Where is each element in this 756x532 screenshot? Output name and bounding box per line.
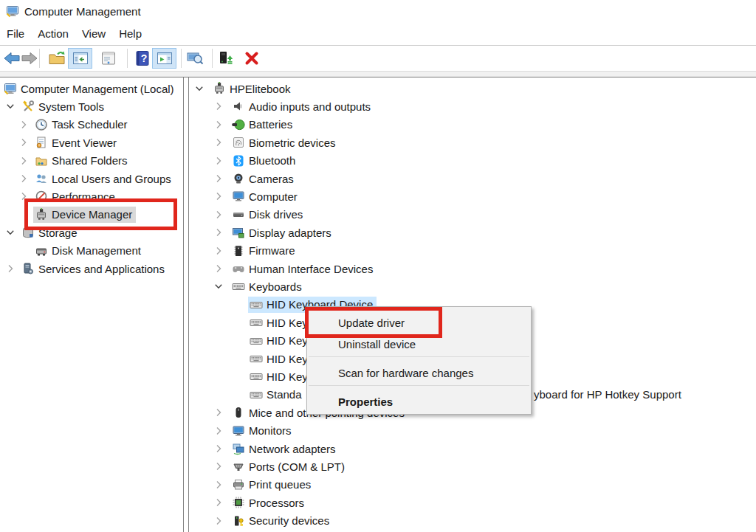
keyboard-icon xyxy=(250,352,263,365)
chevron-right-icon[interactable] xyxy=(214,102,223,111)
show-console-tree-button[interactable] xyxy=(68,48,92,69)
tree-item-computer[interactable]: Computer xyxy=(230,188,301,204)
chevron-right-icon[interactable] xyxy=(214,138,223,147)
tree-item-monitors[interactable]: Monitors xyxy=(230,423,295,439)
chevron-down-icon[interactable] xyxy=(6,102,15,111)
tree-item-processors[interactable]: Processors xyxy=(230,494,308,511)
chevron-right-icon[interactable] xyxy=(214,264,223,273)
tree-item-audio-inputs-and-outputs[interactable]: Audio inputs and outputs xyxy=(230,98,374,114)
chevron-right-icon[interactable] xyxy=(214,426,223,435)
chevron-right-icon[interactable] xyxy=(19,156,28,165)
menu-item-properties[interactable]: Properties xyxy=(307,391,531,412)
tree-item-print-queues[interactable]: Print queues xyxy=(230,477,315,493)
tree-item-performance[interactable]: Performance xyxy=(33,188,119,204)
tree-item-services-and-applications[interactable]: Services and Applications xyxy=(20,260,168,277)
chevron-right-icon[interactable] xyxy=(6,264,15,273)
forward-button[interactable] xyxy=(19,48,39,69)
chevron-right-icon[interactable] xyxy=(214,246,223,255)
tree-item-shared-folders[interactable]: Shared Folders xyxy=(33,153,131,169)
window-title: Computer Management xyxy=(24,5,141,18)
tree-item-storage[interactable]: Storage xyxy=(20,224,81,241)
tree-item-network-adapters[interactable]: Network adapters xyxy=(230,441,340,457)
menu-item-scan-for-hardware-changes[interactable]: Scan for hardware changes xyxy=(307,362,531,384)
chevron-right-icon[interactable] xyxy=(214,120,223,129)
uninstall-tool-button[interactable] xyxy=(241,48,261,69)
tree-item-system-tools[interactable]: System Tools xyxy=(20,98,108,114)
chevron-right-icon[interactable] xyxy=(214,408,223,417)
tree-item-firmware[interactable]: Firmware xyxy=(230,243,299,259)
occluded-label-fragment: yboard for HP Hotkey Support xyxy=(534,387,681,402)
tree-item-standa[interactable]: Standa xyxy=(248,387,306,403)
tree-row-task-scheduler: Task Scheduler xyxy=(0,117,183,133)
tb-form-icon xyxy=(100,49,117,67)
chevron-right-icon[interactable] xyxy=(19,138,28,147)
toolbar-separator xyxy=(127,49,128,68)
chevron-right-icon[interactable] xyxy=(214,480,223,489)
toolbar-bottom-strip xyxy=(0,71,756,77)
chevron-right-icon[interactable] xyxy=(214,517,223,525)
tree-item-device-manager[interactable]: Device Manager xyxy=(33,207,136,223)
chevron-down-icon[interactable] xyxy=(214,282,223,291)
tree-item-event-viewer[interactable]: Event Viewer xyxy=(33,134,120,151)
tree-item-security-devices[interactable]: Security devices xyxy=(230,513,333,529)
chevron-right-icon[interactable] xyxy=(214,228,223,237)
menu-file[interactable]: File xyxy=(0,23,31,45)
tree-item-task-scheduler[interactable]: Task Scheduler xyxy=(33,117,131,133)
tree-row-local-users-and-groups: Local Users and Groups xyxy=(0,170,183,187)
menu-view[interactable]: View xyxy=(75,23,112,45)
tb-help-icon: ? xyxy=(134,49,151,67)
chevron-right-icon[interactable] xyxy=(19,174,28,183)
menu-action[interactable]: Action xyxy=(31,23,75,45)
tree-item-bluetooth[interactable]: Bluetooth xyxy=(230,153,299,169)
chevron-down-icon[interactable] xyxy=(195,84,204,93)
keyboard-icon xyxy=(250,298,263,311)
security-icon xyxy=(232,514,245,528)
tb-panel-left-icon xyxy=(72,49,89,67)
menu-help[interactable]: Help xyxy=(112,23,148,45)
tree-item-disk-management[interactable]: Disk Management xyxy=(33,243,145,259)
export-list-button[interactable] xyxy=(47,48,66,69)
chevron-down-icon[interactable] xyxy=(6,228,15,237)
tree-item-ports-com-lpt[interactable]: Ports (COM & LPT) xyxy=(230,458,348,474)
bluetooth-icon xyxy=(232,154,245,167)
tree-item-keyboards[interactable]: Keyboards xyxy=(230,278,306,294)
chevron-right-icon[interactable] xyxy=(214,174,223,183)
tree-item-cameras[interactable]: Cameras xyxy=(230,170,298,187)
tree-item-label: Keyboards xyxy=(249,280,302,293)
help-button[interactable]: ? xyxy=(132,48,152,69)
device-root-icon xyxy=(213,82,226,95)
tree-item-label: Performance xyxy=(52,190,115,203)
chevron-right-icon[interactable] xyxy=(214,210,223,219)
tree-item-human-interface-devices[interactable]: Human Interface Devices xyxy=(230,260,377,277)
storage-icon xyxy=(21,226,35,239)
tree-item-disk-drives[interactable]: Disk drives xyxy=(230,207,306,223)
keyboard-icon xyxy=(232,280,245,293)
tree-item-label: Print queues xyxy=(249,478,311,491)
tree-item-computer-management-local[interactable]: Computer Management (Local) xyxy=(2,80,178,97)
disk-drive-icon xyxy=(232,208,245,221)
tree-item-batteries[interactable]: Batteries xyxy=(230,117,296,133)
computer-management-app-icon xyxy=(6,4,19,18)
back-button[interactable] xyxy=(1,48,21,69)
menu-item-uninstall-device[interactable]: Uninstall device xyxy=(307,334,531,355)
tree-item-biometric-devices[interactable]: Biometric devices xyxy=(230,134,340,151)
chevron-right-icon[interactable] xyxy=(19,192,28,201)
chevron-right-icon[interactable] xyxy=(19,120,28,129)
menu-item-update-driver[interactable]: Update driver xyxy=(307,312,531,334)
tree-item-local-users-and-groups[interactable]: Local Users and Groups xyxy=(33,170,175,187)
update-driver-tool-button[interactable] xyxy=(216,48,236,69)
chevron-right-icon[interactable] xyxy=(214,192,223,201)
show-action-pane-button[interactable] xyxy=(152,48,176,69)
chevron-right-icon[interactable] xyxy=(214,156,223,165)
tree-item-label: Computer xyxy=(249,190,298,203)
tree-item-hpelitebook[interactable]: HPElitebook xyxy=(211,80,295,97)
properties-button[interactable] xyxy=(98,48,118,69)
tree-row-disk-management: Disk Management xyxy=(0,243,183,259)
tree-item-display-adapters[interactable]: Display adapters xyxy=(230,224,335,241)
chevron-right-icon[interactable] xyxy=(214,498,223,507)
connect-remote-computer-button[interactable] xyxy=(185,48,205,69)
chevron-right-icon[interactable] xyxy=(214,444,223,453)
chevron-right-icon[interactable] xyxy=(214,462,223,471)
firmware-icon xyxy=(232,244,245,258)
tree-row-batteries: Batteries xyxy=(189,117,756,133)
